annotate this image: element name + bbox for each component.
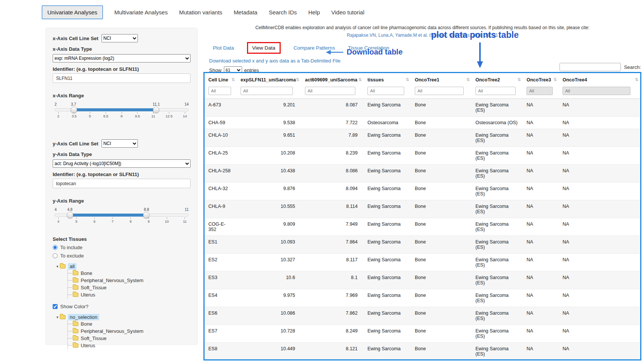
tab-mutation-variants[interactable]: Mutation variants: [179, 8, 222, 16]
tree-item-bone[interactable]: Bone: [68, 320, 191, 328]
sort-icon[interactable]: ⇅: [517, 77, 521, 82]
slider-track[interactable]: [55, 108, 189, 111]
x-data-type-label: x-Axis Data Type: [53, 46, 191, 52]
column-filter-oncotree2[interactable]: [475, 87, 516, 95]
slider-handle-high[interactable]: [143, 212, 150, 218]
sort-icon[interactable]: ⇅: [406, 77, 409, 82]
y-cell-line-set-select[interactable]: NCI: [102, 139, 138, 148]
x-identifier-input[interactable]: [53, 73, 191, 83]
search-input[interactable]: [560, 63, 621, 71]
folder-icon: [73, 322, 78, 326]
column-header-oncotree3[interactable]: OncoTree3⇅: [523, 73, 559, 86]
include-radio[interactable]: [53, 245, 58, 250]
column-filter-expslfn11-unisarcoma[interactable]: [241, 87, 293, 95]
tree-root-label: no_selection: [68, 314, 99, 320]
folder-icon: [73, 293, 78, 297]
column-header-oncotree1[interactable]: OncoTree1⇅: [411, 73, 472, 86]
sort-icon[interactable]: ⇅: [553, 77, 557, 82]
column-filter-oncotree4[interactable]: [563, 87, 630, 95]
column-filter-oncotree3[interactable]: [527, 87, 553, 95]
column-header-cell-line[interactable]: Cell Line⇅: [205, 73, 237, 86]
slider-tick-label: 12.5: [166, 114, 173, 118]
tree-expander-icon[interactable]: ▾: [56, 264, 58, 268]
column-header-oncotree2[interactable]: OncoTree2⇅: [472, 73, 523, 86]
column-filter-oncotree1[interactable]: [415, 87, 464, 95]
table-row-cog-e-352: COG-E-3529.8097.949Ewing SarcomaBoneEwin…: [205, 218, 640, 236]
x-data-type-select[interactable]: exp: mRNA Expression (log2): [53, 54, 191, 62]
slider-tick-label: 9: [148, 219, 150, 223]
tab-univariate-analyses[interactable]: Univariate Analyses: [42, 5, 103, 19]
x-cell-line-set-select[interactable]: NCI: [102, 34, 138, 42]
y-data-type-select[interactable]: act: Drug Activity (-log10[IC50M]): [53, 159, 191, 168]
subtab-tissue-correlation[interactable]: Tissue Correlation: [348, 45, 389, 51]
tissue-include-option[interactable]: To include: [53, 245, 191, 250]
data-table: Cell Line⇅expSLFN11_uniSarcoma⇅act609699…: [205, 73, 640, 360]
folder-icon: [60, 264, 66, 268]
tree-item-uterus[interactable]: Uterus: [68, 342, 191, 349]
table-row-chla-10: CHLA-109.6517.89Ewing SarcomaBoneEwing S…: [205, 129, 640, 147]
table-row-chla-32: CHLA-329.8768.094Ewing SarcomaBoneEwing …: [205, 183, 640, 200]
tree-item-soft-tissue[interactable]: Soft_Tissue: [68, 284, 191, 291]
search-box: Search:: [560, 63, 641, 71]
citation-link[interactable]: Rajapakse.VN, Luna.A, Yamade.M et al. iS…: [203, 33, 641, 38]
slider-max-label: 14: [184, 102, 189, 106]
tissue-exclude-tree: ▾no_selectionBonePeripheral_Nervous_Syst…: [56, 314, 191, 349]
y-range-slider[interactable]: 4 4.8 8.8 11 4567891011: [55, 208, 189, 223]
tissue-include-tree: ▾allBonePeripheral_Nervous_SystemSoft_Ti…: [56, 263, 191, 298]
column-header-tissues[interactable]: tissues⇅: [364, 73, 411, 86]
folder-icon: [73, 343, 78, 348]
table-row-a-673: A-6739.2018.087Ewing SarcomaBoneEwing Sa…: [205, 99, 640, 117]
show-color-label: Show Color?: [60, 304, 88, 309]
x-cell-line-set-label: x-Axis Cell Line Set: [53, 36, 98, 41]
tab-search-ids[interactable]: Search IDs: [269, 8, 297, 16]
select-tissues-label: Select Tissues: [53, 236, 191, 242]
tab-help[interactable]: Help: [308, 8, 320, 16]
table-row-es8: ES810.4498.121Ewing SarcomaBoneEwing Sar…: [205, 343, 640, 360]
tab-video-tutorial[interactable]: Video tutorial: [331, 8, 364, 16]
column-header-act609699-unisarcoma[interactable]: act609699_uniSarcoma⇅: [301, 73, 364, 86]
table-row-cha-59: CHA-599.5387.722OsteosarcomaBoneOsteosar…: [205, 117, 640, 129]
column-header-oncotree4[interactable]: OncoTree4⇅: [559, 73, 640, 86]
slider-tick-label: 8: [130, 219, 131, 223]
tree-item-peripheral-nervous-system[interactable]: Peripheral_Nervous_System: [68, 328, 191, 335]
table-row-chla-9: CHLA-910.5558.114Ewing SarcomaBoneEwing …: [205, 200, 640, 218]
table-row-es2: ES210.3278.117Ewing SarcomaBoneEwing Sar…: [205, 254, 640, 272]
slider-tick-label: 5: [75, 219, 77, 223]
slider-handle-low[interactable]: [70, 107, 77, 113]
column-filter-act609699-unisarcoma[interactable]: [305, 87, 355, 95]
subtab-view-data[interactable]: View Data: [247, 42, 281, 54]
sort-icon[interactable]: ⇅: [635, 77, 638, 82]
subtab-compare-patterns[interactable]: Compare Patterns: [294, 45, 335, 51]
sort-icon[interactable]: ⇅: [296, 77, 299, 82]
download-link[interactable]: Download selected x and y axis data as a…: [209, 58, 341, 64]
show-color-option[interactable]: Show Color?: [53, 304, 191, 309]
slider-track[interactable]: [55, 214, 189, 217]
include-radio-label: To include: [60, 245, 83, 250]
sort-icon[interactable]: ⇅: [466, 77, 470, 82]
y-identifier-input[interactable]: [53, 179, 191, 188]
tree-root-no-selection[interactable]: ▾no_selection: [56, 314, 191, 320]
slider-tick-label: 11: [183, 219, 187, 223]
show-color-checkbox[interactable]: [53, 304, 58, 309]
tree-item-uterus[interactable]: Uterus: [68, 291, 191, 298]
slider-fill: [70, 214, 146, 217]
column-filter-tissues[interactable]: [367, 87, 404, 95]
x-identifier-label: Identifier: (e.g. topotecan or SLFN11): [53, 66, 191, 72]
sort-icon[interactable]: ⇅: [358, 77, 362, 82]
sort-icon[interactable]: ⇅: [231, 77, 235, 82]
tree-expander-icon[interactable]: ▾: [56, 315, 58, 319]
slider-handle-low[interactable]: [67, 212, 73, 218]
tab-metadata[interactable]: Metadata: [234, 8, 258, 16]
column-header-expslfn11-unisarcoma[interactable]: expSLFN11_uniSarcoma⇅: [237, 73, 301, 86]
tissue-exclude-option[interactable]: To exclude: [53, 253, 191, 259]
subtab-plot-data[interactable]: Plot Data: [213, 45, 234, 51]
tree-item-soft-tissue[interactable]: Soft_Tissue: [68, 335, 191, 342]
exclude-radio[interactable]: [53, 253, 58, 258]
tree-root-all[interactable]: ▾all: [56, 263, 191, 270]
slider-handle-high[interactable]: [153, 107, 159, 113]
tree-item-bone[interactable]: Bone: [68, 270, 191, 277]
x-range-slider[interactable]: 2 3.7 11.1 14 23.556.589.51112.514: [55, 102, 189, 118]
column-filter-cell-line[interactable]: [208, 87, 231, 95]
tab-multivariate-analyses[interactable]: Multivariate Analyses: [114, 8, 168, 16]
tree-item-peripheral-nervous-system[interactable]: Peripheral_Nervous_System: [68, 277, 191, 284]
